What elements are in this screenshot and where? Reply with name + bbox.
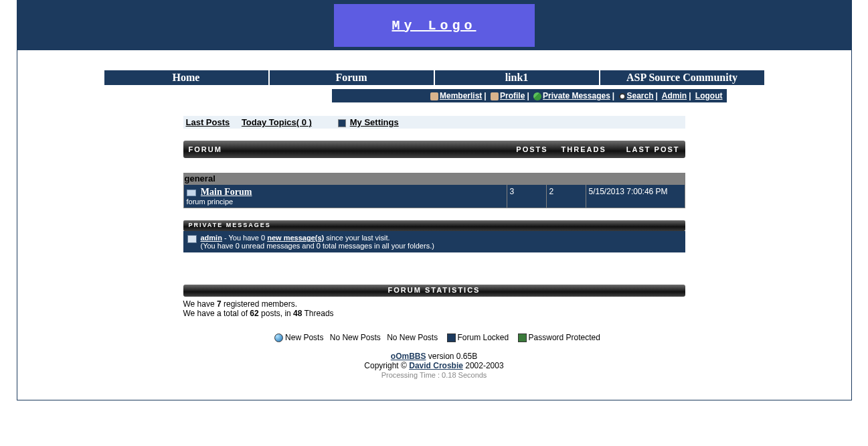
profile-icon — [491, 92, 499, 100]
legend-no-new-1: No New Posts — [330, 333, 381, 342]
processing-time: Processing Time : 0.18 Seconds — [381, 371, 487, 379]
forum-columns-header: FORUM POSTS THREADS LAST POST — [183, 141, 685, 158]
profile-link[interactable]: Profile — [500, 91, 525, 100]
legend-locked: Forum Locked — [458, 333, 509, 342]
memberlist-icon — [430, 92, 438, 100]
separator: | — [654, 91, 660, 100]
pm-icon — [533, 92, 541, 100]
forum-row: Main Forum forum principe 3 2 5/15/2013 … — [184, 185, 685, 208]
legend-no-new-2: No New Posts — [387, 333, 438, 342]
stats-text: registered members. — [222, 299, 297, 309]
stats-text: posts, in — [259, 309, 293, 318]
col-lastpost: LAST POST — [626, 145, 680, 153]
stats-members: 7 — [217, 299, 222, 309]
separator: | — [687, 91, 693, 100]
last-posts-link[interactable]: Last Posts — [186, 117, 230, 127]
stats-text: We have a total of — [183, 309, 250, 318]
new-posts-icon — [274, 333, 283, 342]
password-icon — [518, 333, 527, 342]
folder-icon — [187, 190, 196, 196]
site-logo[interactable]: My Logo — [334, 4, 535, 47]
nav-link[interactable]: link1 — [505, 72, 529, 83]
main-nav: Home Forum link1 ASP Source Community — [103, 69, 766, 86]
separator: | — [482, 91, 488, 100]
stats-text: Threads — [302, 309, 333, 318]
logout-link[interactable]: Logout — [695, 91, 723, 100]
quick-links: Last Posts Today Topics( 0 ) My Settings — [183, 116, 685, 129]
nav-home[interactable]: Home — [104, 70, 268, 85]
lastpost-cell: 5/15/2013 7:00:46 PM — [586, 185, 685, 208]
copyright-text: Copyright © — [364, 361, 409, 370]
legend-pw: Password Protected — [529, 333, 600, 342]
pm-user-link[interactable]: admin — [201, 234, 222, 242]
pm-header: PRIVATE MESSAGES — [183, 220, 685, 231]
stats-text: We have — [183, 299, 217, 309]
forum-table: Main Forum forum principe 3 2 5/15/2013 … — [183, 184, 685, 208]
pm-body: admin - You have 0 new message(s) since … — [183, 231, 685, 252]
category-header: general — [183, 173, 685, 184]
pm-text: - You have 0 — [222, 234, 267, 242]
threads-cell: 2 — [547, 185, 586, 208]
years-text: 2002-2003 — [463, 361, 504, 370]
pm-summary: (You have 0 unread messages and 0 total … — [201, 242, 434, 250]
separator: | — [525, 91, 531, 100]
private-messages-link[interactable]: Private Messages — [543, 91, 610, 100]
forum-link[interactable]: Main Forum — [201, 187, 252, 197]
forum-cell: Main Forum forum principe — [184, 185, 507, 208]
today-topics-link[interactable]: Today Topics( 0 ) — [242, 117, 312, 127]
stats-header: FORUM STATISTICS — [183, 285, 685, 297]
content: Last Posts Today Topics( 0 ) My Settings… — [183, 116, 685, 380]
nav-asp[interactable]: ASP Source Community — [600, 70, 764, 85]
nav-link[interactable]: Forum — [335, 72, 367, 83]
message-icon — [187, 235, 197, 243]
nav-link1[interactable]: link1 — [435, 70, 599, 85]
pm-text: since your last visit. — [324, 234, 389, 242]
settings-icon — [338, 119, 346, 127]
nav-link[interactable]: ASP Source Community — [626, 72, 737, 83]
nav-link[interactable]: Home — [173, 72, 200, 83]
search-icon — [619, 93, 626, 100]
separator: | — [610, 91, 616, 100]
product-link[interactable]: oOmBBS — [391, 352, 426, 361]
col-posts: POSTS — [516, 145, 547, 153]
legend: New Posts No New Posts No New Posts Foru… — [183, 333, 685, 342]
stats-body: We have 7 registered members. We have a … — [183, 297, 685, 321]
search-link[interactable]: Search — [627, 91, 654, 100]
col-threads: THREADS — [561, 145, 606, 153]
posts-cell: 3 — [507, 185, 546, 208]
nav-forum[interactable]: Forum — [270, 70, 434, 85]
legend-new-posts: New Posts — [285, 333, 323, 342]
version-text: version 0.65B — [426, 352, 477, 361]
stats-posts: 62 — [250, 309, 258, 318]
author-link[interactable]: David Crosbie — [409, 361, 463, 370]
stats-threads: 48 — [293, 309, 302, 318]
memberlist-link[interactable]: Memberlist — [440, 91, 482, 100]
forum-description: forum principe — [187, 198, 504, 206]
footer: oOmBBS version 0.65B Copyright © David C… — [183, 352, 685, 380]
forum-name-wrap: Main Forum — [187, 187, 504, 198]
page-container: My Logo Home Forum link1 ASP Source Comm… — [17, 0, 852, 400]
locked-icon — [447, 333, 456, 342]
main-area: Home Forum link1 ASP Source Community Me… — [17, 69, 851, 400]
top-header: My Logo — [17, 1, 851, 50]
col-forum: FORUM — [189, 145, 503, 153]
admin-link[interactable]: Admin — [662, 91, 687, 100]
user-bar: Memberlist| Profile| Private Messages| S… — [332, 89, 727, 102]
my-settings-link[interactable]: My Settings — [350, 117, 399, 127]
pm-new-messages-link[interactable]: new message(s) — [267, 234, 324, 242]
